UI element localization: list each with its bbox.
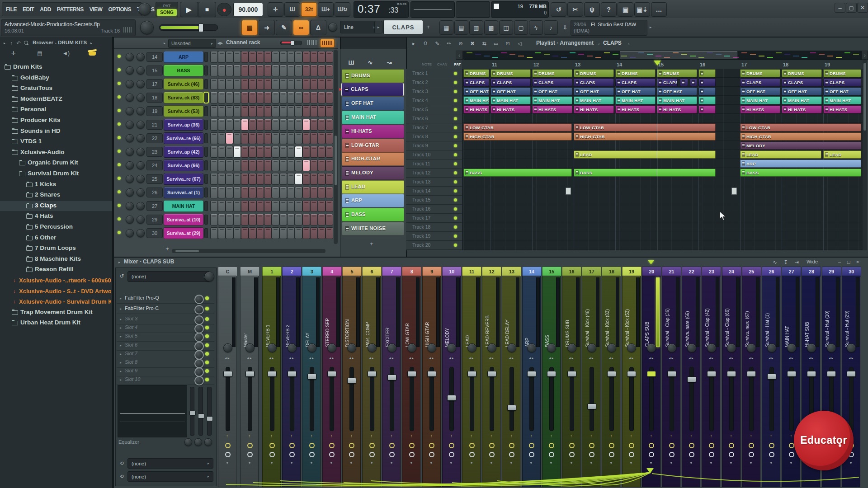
plugin-picker-icon[interactable]: ▢ <box>514 20 528 35</box>
step-cell[interactable] <box>210 119 218 131</box>
strip-knob[interactable] <box>307 343 316 352</box>
channel-volume-knob[interactable] <box>137 66 145 75</box>
step-cell[interactable] <box>210 65 218 76</box>
strip-fader-handle[interactable] <box>807 371 816 377</box>
step-cell[interactable] <box>279 119 287 131</box>
undo-icon[interactable]: ↺ <box>551 2 566 17</box>
strip-enable-circle[interactable] <box>409 452 415 457</box>
strip-enable-circle[interactable] <box>329 452 335 457</box>
step-cell[interactable] <box>218 105 226 117</box>
tree-item-personal[interactable]: Personal <box>0 105 112 115</box>
strip-knob[interactable] <box>727 343 736 352</box>
clip-main-hat[interactable]: MAIN HAT <box>782 96 822 104</box>
strip-route-arrow-icon[interactable]: ↑ <box>728 433 734 438</box>
strip-number[interactable]: 3 <box>302 267 321 277</box>
step-cell[interactable] <box>264 119 272 131</box>
step-cell[interactable] <box>302 160 310 171</box>
channel-volume-knob[interactable] <box>137 175 145 183</box>
step-cell[interactable] <box>302 92 310 103</box>
channel-volume-knob[interactable] <box>137 229 145 237</box>
step-cell[interactable] <box>264 132 272 144</box>
overdub-icon[interactable]: ✛ <box>268 2 283 17</box>
playlist-track-2[interactable]: Track 2 <box>406 78 462 87</box>
tree-item-label[interactable]: Xclusive-Audio -..rtwork - 600x600 <box>19 277 111 284</box>
strip-knob[interactable] <box>827 343 836 352</box>
step-cell[interactable] <box>295 173 302 185</box>
tree-item-label[interactable]: 8 Maschine Kits <box>35 255 81 262</box>
track-led[interactable] <box>454 207 457 211</box>
step-cell[interactable] <box>233 173 241 185</box>
picker-item-low-gtar[interactable]: LOW-GTAR <box>342 139 404 152</box>
tree-item-xclusive-audio-s-t-dvd-artwork[interactable]: ↓Xclusive-Audio - S..t - DVD Artwork <box>0 286 112 296</box>
strip-knob[interactable] <box>567 343 576 352</box>
step-cell[interactable] <box>264 65 272 76</box>
strip-fader-track[interactable] <box>349 367 354 431</box>
step-cell[interactable] <box>318 187 326 198</box>
clip-hi-hats[interactable]: HI-HATS <box>657 105 697 113</box>
strip-enable-circle[interactable] <box>289 452 295 457</box>
slot-enable-led[interactable] <box>205 378 209 381</box>
clip-main-hat[interactable]: MAIN HAT <box>574 96 614 104</box>
strip-send-knob-icon[interactable] <box>709 443 714 448</box>
loop-record-icon[interactable]: Ш↻ <box>335 2 350 17</box>
channel-volume-knob[interactable] <box>137 53 145 61</box>
step-cell[interactable] <box>264 92 272 103</box>
clip-drums[interactable]: DRUMS <box>740 69 780 77</box>
channel-led[interactable] <box>118 231 121 234</box>
slot-name[interactable]: Slot 7 <box>125 351 137 356</box>
strip-pan-arrows[interactable]: ◂ ▸ <box>566 355 576 361</box>
track-led[interactable] <box>454 135 457 138</box>
tree-item-label[interactable]: 3 Claps <box>35 202 57 209</box>
draw-tool-icon[interactable]: ✎ <box>276 20 292 35</box>
step-cell[interactable] <box>233 160 241 171</box>
channel-mute-indicator[interactable] <box>204 52 208 62</box>
strip-number[interactable]: 7 <box>382 267 401 277</box>
step-cell[interactable] <box>318 92 326 103</box>
track-led[interactable] <box>454 99 457 102</box>
mixer-strip-10[interactable]: 10MELODY◂ ▸↑ <box>442 267 461 487</box>
strip-knob[interactable] <box>327 343 336 352</box>
strip-fader-handle[interactable] <box>327 371 336 377</box>
strip-fader-handle[interactable] <box>787 371 796 377</box>
step-cell[interactable] <box>302 187 310 198</box>
strip-route-arrow-icon[interactable]: ↑ <box>648 433 654 438</box>
slot-name[interactable]: Slot 8 <box>125 359 137 365</box>
channel-mute-indicator[interactable] <box>204 215 208 225</box>
strip-fader-track[interactable] <box>490 367 494 431</box>
channel-led[interactable] <box>118 95 121 99</box>
pattern-selector[interactable]: CLAPS <box>383 20 423 34</box>
strip-enable-circle[interactable] <box>509 452 514 457</box>
channel-name-button[interactable]: Survival..at (1) <box>164 187 203 198</box>
picker-item-lead[interactable]: LEAD <box>342 180 404 194</box>
channel-mute-indicator[interactable] <box>204 66 208 75</box>
tree-item-label[interactable]: GratuiTous <box>20 84 52 91</box>
strip-pan-arrows[interactable]: ◂ ▸ <box>222 355 232 361</box>
step-cell[interactable] <box>279 227 287 239</box>
step-cell[interactable] <box>210 132 218 144</box>
picker-piano-icon[interactable]: Ш <box>346 58 357 67</box>
clip-claps[interactable]: CLAPS <box>491 78 531 86</box>
strip-number[interactable]: 1 <box>262 267 282 277</box>
browser-up-icon[interactable]: ↑ <box>8 39 14 47</box>
picker-item-white-noise[interactable]: WHITE NOISE <box>342 222 404 235</box>
tree-item-label[interactable]: ModernBEATZ <box>20 95 62 102</box>
strip-send-knob-icon[interactable] <box>789 443 794 448</box>
step-cell[interactable] <box>272 92 279 103</box>
strip-number[interactable]: 30 <box>842 267 861 277</box>
picker-item-label[interactable]: HI-HATS <box>351 128 372 134</box>
eq-knob[interactable] <box>204 438 212 446</box>
mixer-strip-1[interactable]: 1REVERB 1◂ ▸↑ <box>262 267 281 487</box>
clip-claps[interactable]: CLAPS <box>782 78 822 86</box>
strip-fader-track[interactable] <box>390 367 394 431</box>
step-cell[interactable] <box>287 146 295 158</box>
step-cell[interactable] <box>241 187 249 198</box>
playlist-toggle-icon[interactable]: ▦ <box>439 20 453 35</box>
strip-fader-track[interactable] <box>689 367 694 431</box>
strip-number[interactable]: 23 <box>702 267 721 277</box>
step-cell[interactable] <box>249 92 256 103</box>
strip-fader-track[interactable] <box>789 367 794 431</box>
clip-bass[interactable]: BASS <box>463 169 572 177</box>
step-cell[interactable] <box>279 160 287 171</box>
channel-pan-knob[interactable] <box>126 188 134 197</box>
strip-fader-track[interactable] <box>429 367 434 431</box>
